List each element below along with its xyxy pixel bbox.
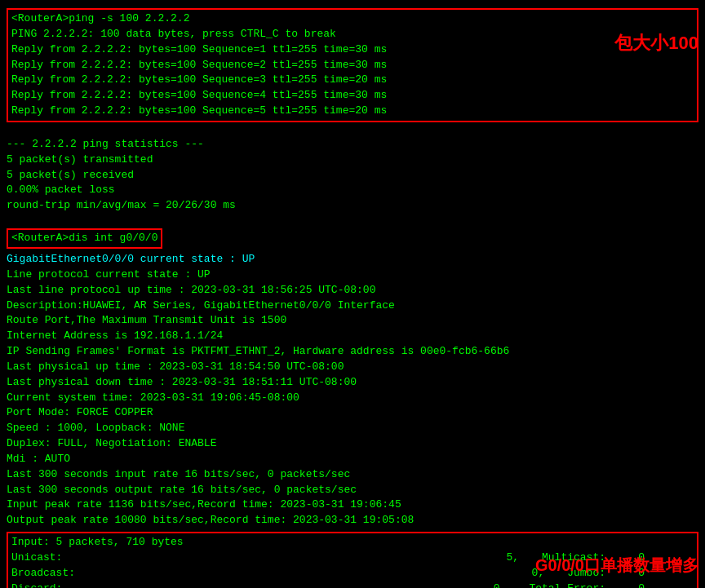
dis-int-command: <RouterA>dis int g0/0/0 bbox=[7, 228, 162, 249]
total-error-val: 0 bbox=[612, 581, 645, 588]
interface-line-16: Input peak rate 1136 bits/sec,Record tim… bbox=[7, 497, 698, 513]
ping-section: <RouterA>ping -s 100 2.2.2.2 PING 2.2.2.… bbox=[7, 8, 698, 122]
ping-stats-loss: 0.00% packet loss bbox=[7, 183, 698, 198]
input-header: Input: 5 packets, 710 bytes bbox=[11, 535, 694, 550]
ping-reply-1: Reply from 2.2.2.2: bytes=100 Sequence=1… bbox=[11, 42, 694, 58]
ping-stats-header: --- 2.2.2.2 ping statistics --- bbox=[7, 137, 698, 153]
ping-reply-4: Reply from 2.2.2.2: bytes=100 Sequence=4… bbox=[11, 88, 694, 104]
total-error-label: Total Error: bbox=[529, 581, 605, 588]
terminal-output: <RouterA>ping -s 100 2.2.2.2 PING 2.2.2.… bbox=[0, 0, 705, 588]
discard-label: Discard: bbox=[11, 581, 62, 588]
interface-line-7: Last physical up time : 2023-03-31 18:54… bbox=[7, 360, 698, 375]
interface-line-0: GigabitEthernet0/0/0 current state : UP bbox=[7, 252, 698, 267]
interface-line-9: Current system time: 2023-03-31 19:06:45… bbox=[7, 391, 698, 406]
ping-stats-rx: 5 packet(s) received bbox=[7, 168, 698, 183]
interface-line-5: Internet Address is 192.168.1.1/24 bbox=[7, 329, 698, 344]
ping-reply-2: Reply from 2.2.2.2: bytes=100 Sequence=2… bbox=[11, 58, 694, 73]
interface-line-13: Mdi : AUTO bbox=[7, 452, 698, 467]
discard-val: 0, bbox=[69, 581, 522, 588]
broadcast-val: 0, bbox=[82, 566, 561, 581]
interface-line-3: Description:HUAWEI, AR Series, GigabitEt… bbox=[7, 298, 698, 314]
broadcast-label: Broadcast: bbox=[11, 566, 75, 581]
packet-size-annotation: 包大小100 bbox=[614, 31, 698, 55]
interface-line-6: IP Sending Frames' Format is PKTFMT_ETHN… bbox=[7, 344, 698, 360]
interface-line-17: Output peak rate 10080 bits/sec,Record t… bbox=[7, 513, 698, 528]
interface-line-8: Last physical down time : 2023-03-31 18:… bbox=[7, 375, 698, 391]
interface-line-11: Speed : 1000, Loopback: NONE bbox=[7, 421, 698, 436]
ping-reply-5: Reply from 2.2.2.2: bytes=100 Sequence=5… bbox=[11, 104, 694, 119]
unicast-val: 5, bbox=[69, 550, 535, 566]
unicast-increase-annotation: G0/0/0口单播数量增多 bbox=[535, 555, 698, 577]
unicast-label: Unicast: bbox=[11, 550, 62, 566]
interface-line-2: Last line protocol up time : 2023-03-31 … bbox=[7, 283, 698, 298]
interface-line-12: Duplex: FULL, Negotiation: ENABLE bbox=[7, 436, 698, 452]
ping-reply-3: Reply from 2.2.2.2: bytes=100 Sequence=3… bbox=[11, 73, 694, 88]
ping-stats-tx: 5 packet(s) transmitted bbox=[7, 153, 698, 168]
ping-header: PING 2.2.2.2: 100 data bytes, press CTRL… bbox=[11, 27, 694, 42]
ping-command: <RouterA>ping -s 100 2.2.2.2 bbox=[11, 11, 694, 27]
interface-line-14: Last 300 seconds input rate 16 bits/sec,… bbox=[7, 467, 698, 483]
interface-line-10: Port Mode: FORCE COPPER bbox=[7, 405, 698, 421]
interface-line-15: Last 300 seconds output rate 16 bits/sec… bbox=[7, 483, 698, 498]
interface-line-1: Line protocol current state : UP bbox=[7, 267, 698, 283]
ping-stats-rtt: round-trip min/avg/max = 20/26/30 ms bbox=[7, 198, 698, 214]
interface-line-4: Route Port,The Maximum Transmit Unit is … bbox=[7, 313, 698, 329]
